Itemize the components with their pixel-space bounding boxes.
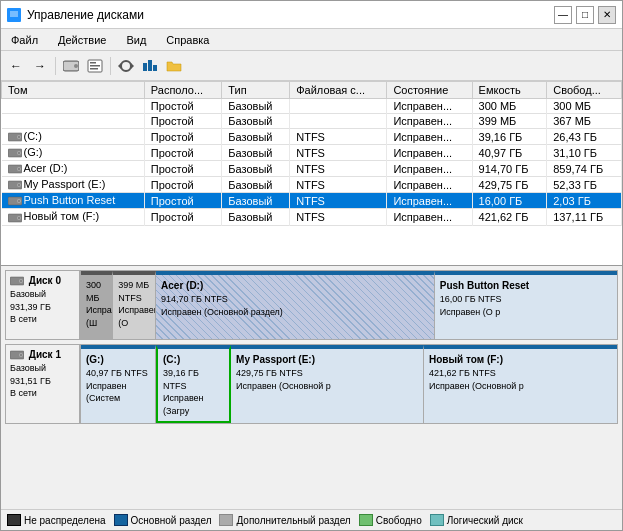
col-fs: Файловая с... — [290, 82, 387, 99]
menu-file[interactable]: Файл — [7, 33, 42, 47]
legend-box-logical — [430, 514, 444, 526]
cell-value: Базовый — [222, 145, 290, 161]
menu-view[interactable]: Вид — [122, 33, 150, 47]
table-row[interactable]: My Passport (E:)ПростойБазовыйNTFSИсправ… — [2, 177, 622, 193]
cell-value: 399 МБ — [472, 114, 547, 129]
cell-value: Исправен... — [387, 177, 472, 193]
cell-value: NTFS — [290, 129, 387, 145]
cell-value — [290, 114, 387, 129]
col-volume: Том — [2, 82, 145, 99]
svg-point-25 — [18, 184, 20, 186]
svg-point-31 — [18, 217, 20, 219]
legend-primary: Основной раздел — [114, 514, 212, 526]
cell-value: Простой — [144, 209, 222, 225]
cell-value: NTFS — [290, 161, 387, 177]
cell-value: 26,43 ГБ — [547, 129, 622, 145]
legend-unallocated: Не распределена — [7, 514, 106, 526]
cell-volume-name: Новый том (F:) — [2, 209, 145, 225]
cell-value: Простой — [144, 193, 222, 209]
cell-value: 2,03 ГБ — [547, 193, 622, 209]
svg-point-28 — [18, 200, 20, 202]
table-row[interactable]: Push Button ResetПростойБазовыйNTFSИспра… — [2, 193, 622, 209]
cell-value: 16,00 ГБ — [472, 193, 547, 209]
legend: Не распределена Основной раздел Дополнит… — [1, 509, 622, 530]
cell-value: Исправен... — [387, 209, 472, 225]
cell-volume-name — [2, 99, 145, 114]
legend-box-extended — [219, 514, 233, 526]
col-type: Тип — [222, 82, 290, 99]
cell-value: 300 МБ — [472, 99, 547, 114]
partition-d0p3[interactable]: Acer (D:) 914,70 ГБ NTFS Исправен (Основ… — [156, 271, 435, 339]
cell-value: 859,74 ГБ — [547, 161, 622, 177]
back-button[interactable]: ← — [5, 55, 27, 77]
cell-value: Базовый — [222, 193, 290, 209]
svg-rect-12 — [148, 60, 152, 71]
table-row[interactable]: (G:)ПростойБазовыйNTFSИсправен...40,97 Г… — [2, 145, 622, 161]
partition-d0p4[interactable]: Push Button Reset 16,00 ГБ NTFS Исправен… — [435, 271, 617, 339]
app-icon — [7, 8, 21, 22]
cell-volume-name — [2, 114, 145, 129]
cell-volume-name: (G:) — [2, 145, 145, 161]
disk-partitions-0: 300 МБ Исправен (Ш 399 МБ NTFS Исправен … — [80, 270, 618, 340]
table-row[interactable]: ПростойБазовыйИсправен...399 МБ367 МБ — [2, 114, 622, 129]
disk-view-button[interactable] — [60, 55, 82, 77]
cell-value: Базовый — [222, 177, 290, 193]
cell-value: 31,10 ГБ — [547, 145, 622, 161]
svg-rect-1 — [10, 11, 18, 17]
svg-point-37 — [20, 354, 22, 356]
refresh-button[interactable] — [115, 55, 137, 77]
cell-value: 367 МБ — [547, 114, 622, 129]
partition-d1p3[interactable]: My Passport (E:) 429,75 ГБ NTFS Исправен… — [231, 345, 424, 423]
properties-button[interactable] — [84, 55, 106, 77]
col-free: Свобод... — [547, 82, 622, 99]
cell-value: Простой — [144, 161, 222, 177]
cell-volume-name: My Passport (E:) — [2, 177, 145, 193]
cell-value: Базовый — [222, 114, 290, 129]
cell-value: Базовый — [222, 209, 290, 225]
window-controls: — □ ✕ — [554, 6, 616, 24]
chart-button[interactable] — [139, 55, 161, 77]
legend-box-free — [359, 514, 373, 526]
cell-value: NTFS — [290, 209, 387, 225]
toolbar-separator-2 — [110, 57, 111, 75]
legend-label-logical: Логический диск — [447, 515, 523, 526]
menu-action[interactable]: Действие — [54, 33, 110, 47]
cell-value: Базовый — [222, 161, 290, 177]
svg-point-16 — [18, 136, 20, 138]
disk-table[interactable]: Том Располо... Тип Файловая с... Состоян… — [1, 81, 622, 266]
table-row[interactable]: Acer (D:)ПростойБазовыйNTFSИсправен...91… — [2, 161, 622, 177]
col-status: Состояние — [387, 82, 472, 99]
minimize-button[interactable]: — — [554, 6, 572, 24]
maximize-button[interactable]: □ — [576, 6, 594, 24]
legend-extended: Дополнительный раздел — [219, 514, 350, 526]
forward-button[interactable]: → — [29, 55, 51, 77]
svg-rect-6 — [90, 62, 96, 64]
main-window: Управление дисками — □ ✕ Файл Действие В… — [0, 0, 623, 531]
svg-point-19 — [18, 152, 20, 154]
table-row[interactable]: (C:)ПростойБазовыйNTFSИсправен...39,16 Г… — [2, 129, 622, 145]
menu-help[interactable]: Справка — [162, 33, 213, 47]
cell-value: Исправен... — [387, 193, 472, 209]
table-row[interactable]: Новый том (F:)ПростойБазовыйNTFSИсправен… — [2, 209, 622, 225]
cell-volume-name: Push Button Reset — [2, 193, 145, 209]
cell-value: 137,11 ГБ — [547, 209, 622, 225]
toolbar: ← → — [1, 51, 622, 81]
close-button[interactable]: ✕ — [598, 6, 616, 24]
cell-value: Простой — [144, 129, 222, 145]
folder-button[interactable] — [163, 55, 185, 77]
svg-rect-11 — [143, 63, 147, 71]
partition-d1p2[interactable]: (C:) 39,16 ГБ NTFS Исправен (Загру — [156, 345, 231, 423]
title-bar: Управление дисками — □ ✕ — [1, 1, 622, 29]
partition-d0p1[interactable]: 300 МБ Исправен (Ш — [81, 271, 113, 339]
legend-free: Свободно — [359, 514, 422, 526]
partition-d1p1[interactable]: (G:) 40,97 ГБ NTFS Исправен (Систем — [81, 345, 156, 423]
toolbar-separator-1 — [55, 57, 56, 75]
partition-d1p4[interactable]: Новый том (F:) 421,62 ГБ NTFS Исправен (… — [424, 345, 617, 423]
menu-bar: Файл Действие Вид Справка — [1, 29, 622, 51]
cell-value: 429,75 ГБ — [472, 177, 547, 193]
cell-value: Простой — [144, 145, 222, 161]
partition-d0p2[interactable]: 399 МБ NTFS Исправен (О — [113, 271, 156, 339]
table-row[interactable]: ПростойБазовыйИсправен...300 МБ300 МБ — [2, 99, 622, 114]
cell-value: Базовый — [222, 99, 290, 114]
svg-rect-7 — [90, 65, 100, 67]
